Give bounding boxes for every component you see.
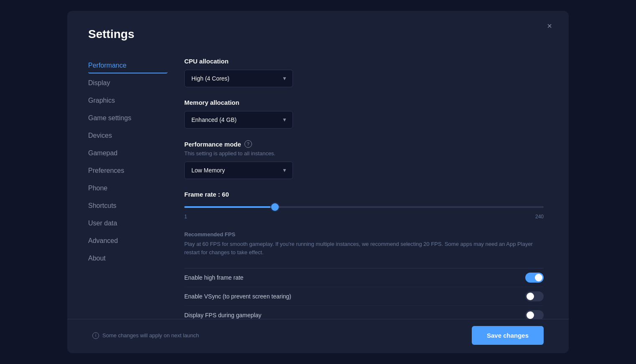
sidebar-item-user-data[interactable]: User data [88,215,168,231]
modal-footer: i Some changes will apply on next launch… [67,319,569,353]
memory-select[interactable]: Low (1 GB)Standard (2 GB)Enhanced (4 GB)… [184,111,293,129]
perf-mode-select-wrapper: Low MemoryBalancedHigh Performance ▼ [184,162,293,179]
toggle-row-fps-display: Display FPS during gameplay [184,306,544,319]
perf-mode-select[interactable]: Low MemoryBalancedHigh Performance [184,162,293,179]
close-button[interactable]: × [543,19,556,33]
toggle-track-vsync [525,291,544,301]
sidebar-item-about[interactable]: About [88,250,168,266]
toggle-track-fps-display [525,310,544,319]
slider-labels: 1 240 [184,214,544,220]
toggle-high-frame-rate[interactable] [525,273,544,283]
toggle-fps-display[interactable] [525,310,544,319]
recommended-description: Play at 60 FPS for smooth gameplay. If y… [184,240,544,256]
footer-note: i Some changes will apply on next launch [92,332,199,339]
slider-max-label: 240 [535,214,544,220]
sidebar-item-devices[interactable]: Devices [88,128,168,144]
sidebar-item-gamepad[interactable]: Gamepad [88,145,168,161]
toggle-row-vsync: Enable VSync (to prevent screen tearing) [184,287,544,306]
sidebar: PerformanceDisplayGraphicsGame settingsD… [67,53,168,319]
toggle-label-vsync: Enable VSync (to prevent screen tearing) [184,293,291,300]
sidebar-item-graphics[interactable]: Graphics [88,93,168,109]
cpu-section: CPU allocation Low (1 Core)Medium (2 Cor… [184,58,544,87]
footer-note-text: Some changes will apply on next launch [102,332,199,339]
sidebar-item-advanced[interactable]: Advanced [88,233,168,249]
toggle-vsync[interactable] [525,291,544,301]
performance-mode-section: Performance mode ? This setting is appli… [184,140,544,179]
memory-select-wrapper: Low (1 GB)Standard (2 GB)Enhanced (4 GB)… [184,111,293,129]
sidebar-item-game-settings[interactable]: Game settings [88,110,168,126]
info-icon: i [92,332,99,339]
cpu-select-wrapper: Low (1 Core)Medium (2 Cores)High (4 Core… [184,70,293,87]
sidebar-item-preferences[interactable]: Preferences [88,163,168,179]
recommended-section: Recommended FPS Play at 60 FPS for smoot… [184,231,544,256]
frame-rate-slider[interactable] [184,206,544,208]
toggle-thumb-vsync [527,293,534,300]
toggle-thumb-high-frame-rate [535,274,542,281]
frame-rate-section: Frame rate : 60 1 240 [184,191,544,220]
perf-mode-sublabel: This setting is applied to all instances… [184,150,544,157]
perf-mode-header: Performance mode ? [184,140,544,148]
toggle-track-high-frame-rate [525,273,544,283]
cpu-select[interactable]: Low (1 Core)Medium (2 Cores)High (4 Core… [184,70,293,87]
slider-min-label: 1 [184,214,187,220]
toggle-label-high-frame-rate: Enable high frame rate [184,274,244,281]
sidebar-item-shortcuts[interactable]: Shortcuts [88,198,168,214]
content-area: CPU allocation Low (1 Core)Medium (2 Cor… [168,53,569,319]
cpu-label: CPU allocation [184,58,544,65]
slider-container: 1 240 [184,203,544,220]
slider-wrapper [184,203,544,211]
recommended-title: Recommended FPS [184,231,544,238]
memory-label: Memory allocation [184,99,544,106]
memory-section: Memory allocation Low (1 GB)Standard (2 … [184,99,544,129]
modal-body: PerformanceDisplayGraphicsGame settingsD… [67,53,569,319]
toggle-thumb-fps-display [527,311,534,319]
toggles-section: Enable high frame rateEnable VSync (to p… [184,268,544,319]
save-button[interactable]: Save changes [472,326,544,345]
sidebar-item-display[interactable]: Display [88,75,168,91]
performance-mode-label: Performance mode [184,141,241,148]
help-icon[interactable]: ? [244,140,252,148]
sidebar-item-phone[interactable]: Phone [88,180,168,196]
frame-rate-label: Frame rate : 60 [184,191,544,198]
modal-title: Settings [67,28,569,53]
settings-modal: × Settings PerformanceDisplayGraphicsGam… [67,11,569,353]
toggle-label-fps-display: Display FPS during gameplay [184,312,261,318]
toggle-row-high-frame-rate: Enable high frame rate [184,268,544,287]
sidebar-item-performance[interactable]: Performance [88,58,168,73]
